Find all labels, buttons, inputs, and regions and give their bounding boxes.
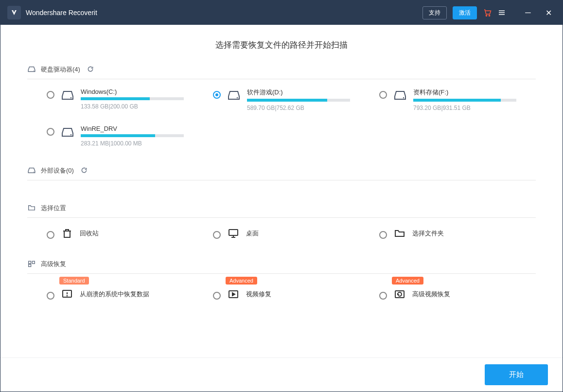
- refresh-external-icon[interactable]: [81, 167, 88, 175]
- section-header-locations: 选择位置: [27, 204, 536, 218]
- advanced-section-icon: [27, 260, 36, 268]
- location-label: 选择文件夹: [412, 229, 444, 238]
- support-button[interactable]: 支持: [422, 6, 447, 19]
- drive-label: WinRE_DRV: [81, 125, 184, 132]
- radio-button[interactable]: [47, 91, 54, 99]
- menu-icon[interactable]: [497, 8, 506, 17]
- locations-section-label: 选择位置: [41, 204, 66, 213]
- radio-button[interactable]: [213, 231, 221, 239]
- recycle-bin-icon: [60, 227, 74, 240]
- drive-size: 133.58 GB|200.00 GB: [81, 103, 184, 110]
- advanced-item-label: 视频修复: [246, 290, 271, 299]
- svg-point-1: [489, 15, 490, 16]
- drive-size: 283.21 MB|1000.00 MB: [81, 140, 184, 147]
- svg-rect-16: [29, 264, 31, 267]
- drive-icon: [393, 89, 407, 102]
- drive-size: 793.20 GB|931.51 GB: [413, 105, 516, 111]
- drive-icon: [60, 89, 75, 102]
- drive-icon: [227, 89, 241, 102]
- usage-bar: [247, 99, 350, 102]
- advanced-video-repair[interactable]: Advanced 视频修复: [213, 287, 369, 301]
- usage-bar: [413, 99, 516, 102]
- svg-point-5: [34, 70, 35, 71]
- close-button[interactable]: ✕: [541, 8, 556, 18]
- start-button[interactable]: 开始: [485, 364, 548, 385]
- minimize-button[interactable]: ─: [521, 8, 535, 17]
- radio-button[interactable]: [47, 231, 54, 239]
- advanced-crash-recover[interactable]: Standard 从崩溃的系统中恢复数据: [47, 287, 203, 301]
- drive-label: 资料存储(F:): [413, 88, 516, 97]
- cart-icon[interactable]: [483, 8, 492, 17]
- tier-badge: Advanced: [226, 277, 257, 285]
- svg-point-10: [34, 171, 35, 172]
- location-label: 桌面: [246, 229, 259, 238]
- folder-icon: [393, 227, 406, 240]
- svg-rect-11: [229, 230, 238, 235]
- drive-item[interactable]: Windows(C:) 133.58 GB|200.00 GB: [47, 88, 203, 111]
- drive-icon: [60, 126, 75, 139]
- advanced-video-recover[interactable]: Advanced 高级视频恢复: [379, 287, 536, 301]
- main-content: 选择需要恢复文件的路径并开始扫描 硬盘驱动器(4) Windows(C:) 13…: [0, 25, 563, 357]
- hdd-icon: [27, 66, 36, 74]
- advanced-item-label: 从崩溃的系统中恢复数据: [80, 290, 149, 299]
- svg-point-19: [67, 296, 68, 296]
- desktop-icon: [227, 227, 240, 240]
- location-desktop[interactable]: 桌面: [213, 227, 369, 240]
- radio-button[interactable]: [379, 292, 387, 300]
- svg-point-7: [237, 97, 238, 98]
- hdd-section-label: 硬盘驱动器(4): [41, 65, 80, 74]
- location-label: 回收站: [80, 229, 99, 238]
- advanced-item-label: 高级视频恢复: [412, 290, 450, 299]
- radio-button[interactable]: [379, 91, 387, 99]
- app-logo-icon: [7, 6, 21, 19]
- external-device-icon: [27, 167, 36, 175]
- folder-section-icon: [27, 204, 36, 213]
- radio-button[interactable]: [47, 292, 54, 300]
- svg-point-0: [486, 15, 487, 16]
- drive-item[interactable]: 资料存储(F:) 793.20 GB|931.51 GB: [379, 88, 536, 111]
- drive-item[interactable]: 软件游戏(D:) 589.70 GB|752.62 GB: [213, 88, 369, 111]
- drive-label: 软件游戏(D:): [247, 88, 350, 97]
- refresh-icon[interactable]: [87, 66, 94, 74]
- app-title: Wondershare Recoverit: [26, 9, 422, 17]
- advanced-section-label: 高级恢复: [41, 260, 66, 268]
- svg-point-8: [403, 97, 404, 98]
- svg-point-9: [70, 134, 71, 135]
- radio-button[interactable]: [213, 91, 221, 99]
- footer: 开始: [0, 357, 563, 392]
- svg-rect-14: [29, 261, 31, 264]
- radio-button[interactable]: [47, 128, 54, 136]
- drive-label: Windows(C:): [81, 88, 184, 95]
- usage-bar: [81, 134, 184, 137]
- svg-point-6: [70, 97, 71, 98]
- activate-button[interactable]: 激活: [453, 6, 477, 19]
- section-header-advanced: 高级恢复: [27, 260, 536, 274]
- radio-button[interactable]: [379, 231, 387, 239]
- location-recycle-bin[interactable]: 回收站: [47, 227, 203, 240]
- location-choose-folder[interactable]: 选择文件夹: [379, 227, 536, 240]
- svg-rect-15: [32, 261, 35, 264]
- section-header-hdd: 硬盘驱动器(4): [27, 65, 536, 79]
- external-section-label: 外部设备(0): [41, 166, 74, 175]
- drive-size: 589.70 GB|752.62 GB: [247, 105, 350, 111]
- usage-bar: [81, 97, 184, 100]
- section-header-external: 外部设备(0): [27, 166, 536, 180]
- video-repair-icon: [227, 287, 240, 301]
- drive-item[interactable]: WinRE_DRV 283.21 MB|1000.00 MB: [47, 125, 203, 147]
- adv-video-recover-icon: [393, 287, 406, 301]
- tier-badge: Advanced: [392, 277, 423, 285]
- crash-recover-icon: [60, 287, 74, 301]
- tier-badge: Standard: [59, 277, 89, 285]
- titlebar: Wondershare Recoverit 支持 激活 ─ ✕: [0, 0, 563, 25]
- page-title: 选择需要恢复文件的路径并开始扫描: [27, 39, 536, 51]
- radio-button[interactable]: [213, 292, 221, 300]
